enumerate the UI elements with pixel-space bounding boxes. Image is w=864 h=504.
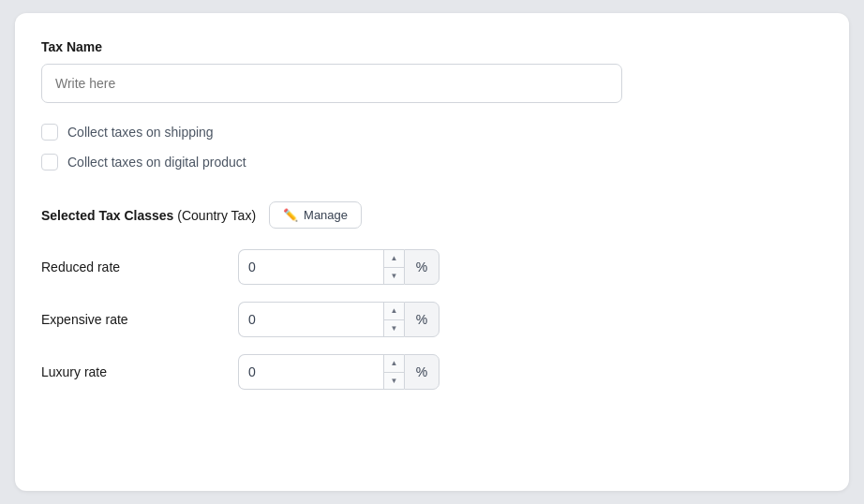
expensive-rate-row: Expensive rate ▲ ▼ % [41, 302, 823, 337]
manage-button-label: Manage [304, 208, 348, 222]
luxury-rate-increment[interactable]: ▲ [384, 355, 404, 373]
expensive-rate-input-wrapper: ▲ ▼ % [238, 302, 439, 337]
luxury-rate-row: Luxury rate ▲ ▼ % [41, 354, 823, 390]
reduced-rate-input[interactable] [238, 249, 383, 285]
collect-digital-row: Collect taxes on digital product [41, 154, 823, 170]
expensive-rate-stepper: ▲ ▼ [383, 302, 404, 337]
reduced-rate-decrement[interactable]: ▼ [384, 268, 404, 285]
tax-name-label: Tax Name [41, 39, 823, 54]
expensive-rate-label: Expensive rate [41, 312, 238, 327]
tax-name-input[interactable] [41, 64, 622, 103]
luxury-rate-percent: % [404, 354, 439, 390]
expensive-rate-increment[interactable]: ▲ [384, 303, 404, 320]
reduced-rate-label: Reduced rate [41, 259, 238, 274]
expensive-rate-percent: % [404, 302, 439, 337]
tax-classes-title: Selected Tax Classes (Country Tax) [41, 208, 256, 223]
collect-shipping-checkbox[interactable] [41, 124, 58, 141]
tax-classes-header: Selected Tax Classes (Country Tax) ✏️ Ma… [41, 201, 823, 229]
pencil-icon: ✏️ [283, 208, 298, 222]
reduced-rate-stepper: ▲ ▼ [383, 249, 404, 285]
luxury-rate-label: Luxury rate [41, 364, 238, 379]
reduced-rate-row: Reduced rate ▲ ▼ % [41, 249, 823, 285]
expensive-rate-input[interactable] [238, 302, 383, 337]
tax-form-card: Tax Name Collect taxes on shipping Colle… [15, 13, 849, 491]
collect-shipping-row: Collect taxes on shipping [41, 124, 823, 141]
luxury-rate-input-wrapper: ▲ ▼ % [238, 354, 439, 390]
luxury-rate-stepper: ▲ ▼ [383, 354, 404, 390]
expensive-rate-decrement[interactable]: ▼ [384, 320, 404, 337]
collect-digital-checkbox[interactable] [41, 154, 58, 170]
luxury-rate-input[interactable] [238, 354, 383, 390]
reduced-rate-increment[interactable]: ▲ [384, 250, 404, 268]
collect-digital-label: Collect taxes on digital product [67, 155, 246, 170]
reduced-rate-input-wrapper: ▲ ▼ % [238, 249, 439, 285]
collect-shipping-label: Collect taxes on shipping [67, 125, 214, 140]
luxury-rate-decrement[interactable]: ▼ [384, 373, 404, 390]
reduced-rate-percent: % [404, 249, 439, 285]
manage-button[interactable]: ✏️ Manage [269, 201, 362, 229]
